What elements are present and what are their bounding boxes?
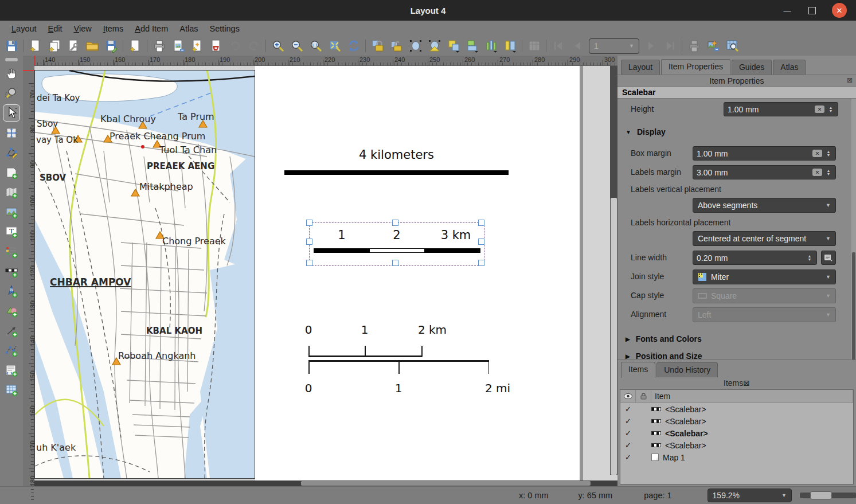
zoom-slider-thumb[interactable] — [810, 491, 832, 499]
close-panel-icon[interactable]: ⊠ — [847, 76, 853, 84]
save-as-template-icon[interactable] — [101, 37, 120, 54]
position-and-size-section-header[interactable]: ▶Position and Size — [626, 351, 702, 360]
item-visibility-checkbox[interactable]: ✓ — [620, 429, 636, 437]
zoom-full-icon[interactable] — [325, 37, 344, 54]
items-tree-row[interactable]: ✓Map 1 — [620, 451, 853, 463]
spinner-icon[interactable]: ▲▼ — [827, 106, 834, 113]
close-button[interactable]: ✕ — [832, 3, 847, 18]
add-arrow-icon[interactable] — [3, 322, 20, 339]
zoom-tool-icon[interactable] — [3, 85, 20, 102]
display-section-header[interactable]: ▼Display — [626, 127, 666, 136]
clear-icon[interactable]: ✕ — [815, 106, 824, 113]
align-items-icon[interactable] — [463, 37, 482, 54]
add-page-icon[interactable] — [3, 164, 20, 181]
horizontal-scrollbar[interactable] — [34, 480, 617, 486]
item-visibility-checkbox[interactable]: ✓ — [620, 405, 636, 413]
labels-vertical-placement-combo[interactable]: Above segments▼ — [693, 198, 836, 213]
add-items-from-template-icon[interactable] — [126, 37, 144, 54]
layout-page[interactable] — [255, 66, 583, 480]
refresh-view-icon[interactable] — [344, 37, 363, 54]
minimize-button[interactable]: — — [782, 6, 792, 15]
save-project-icon[interactable] — [2, 37, 21, 54]
atlas-page-combo[interactable]: 1▼ — [589, 38, 639, 54]
vertical-scrollbar[interactable] — [610, 66, 617, 475]
add-legend-icon[interactable] — [3, 243, 20, 260]
menu-edit[interactable]: Edit — [42, 22, 68, 35]
add-map-icon[interactable] — [3, 183, 20, 201]
items-tree-row[interactable]: ✓<Scalebar> — [620, 427, 853, 439]
close-panel-icon[interactable]: ⊠ — [743, 378, 750, 388]
menu-view[interactable]: View — [68, 22, 97, 35]
items-tree-row[interactable]: ✓<Scalebar> — [620, 403, 853, 415]
export-image-icon[interactable] — [169, 37, 187, 54]
vertical-scrollbar-thumb[interactable] — [611, 198, 617, 475]
items-tree-row[interactable]: ✓<Scalebar> — [620, 439, 853, 451]
menu-items[interactable]: Items — [97, 22, 129, 35]
properties-scrollbar-thumb[interactable] — [852, 252, 855, 360]
add-north-arrow-icon[interactable]: N — [3, 283, 20, 300]
distribute-items-icon[interactable] — [482, 37, 501, 54]
deselect-all-icon[interactable] — [425, 37, 444, 54]
zoom-out-icon[interactable] — [287, 37, 306, 54]
duplicate-layout-icon[interactable] — [45, 37, 64, 54]
height-input[interactable]: 1.00 mm✕▲▼ — [724, 102, 838, 116]
zoom-in-icon[interactable] — [268, 37, 287, 54]
spinner-icon[interactable]: ▲▼ — [825, 169, 832, 176]
raise-items-icon[interactable] — [444, 37, 463, 54]
select-move-item-tool-icon[interactable] — [3, 104, 20, 122]
clear-icon[interactable]: ✕ — [812, 150, 822, 157]
zoom-level-combo[interactable]: 159.2%▼ — [708, 489, 792, 502]
export-svg-icon[interactable] — [187, 37, 206, 54]
move-item-content-tool-icon[interactable] — [3, 124, 20, 142]
box-margin-input[interactable]: 1.00 mm✕▲▼ — [693, 146, 836, 161]
zoom-slider[interactable] — [800, 493, 856, 498]
tab-item-properties[interactable]: Item Properties — [661, 59, 730, 75]
line-width-input[interactable]: 0.20 mm▲▼ — [693, 251, 817, 265]
add-label-icon[interactable]: T — [3, 223, 20, 240]
tab-undo-history[interactable]: Undo History — [656, 362, 718, 377]
menu-settings[interactable]: Settings — [204, 22, 245, 35]
open-folder-icon[interactable] — [83, 37, 101, 54]
spinner-icon[interactable]: ▲▼ — [825, 150, 832, 157]
unlock-items-icon[interactable] — [387, 37, 406, 54]
horizontal-scrollbar-thumb[interactable] — [301, 481, 591, 486]
preview-atlas-icon[interactable] — [722, 37, 741, 54]
data-defined-override-button[interactable] — [821, 251, 836, 265]
new-layout-icon[interactable] — [26, 37, 45, 54]
export-pdf-icon[interactable] — [206, 37, 225, 54]
tab-atlas[interactable]: Atlas — [773, 60, 806, 75]
menu-add-item[interactable]: Add Item — [129, 22, 174, 35]
lock-items-icon[interactable] — [368, 37, 387, 54]
spinner-icon[interactable]: ▲▼ — [806, 255, 813, 261]
properties-scrollbar[interactable] — [851, 99, 856, 360]
item-visibility-checkbox[interactable]: ✓ — [620, 417, 636, 425]
add-scalebar-icon[interactable] — [3, 263, 20, 280]
labels-horizontal-placement-combo[interactable]: Centered at center of segment▼ — [693, 231, 836, 246]
add-shape-icon[interactable] — [3, 302, 20, 319]
layout-canvas[interactable]: dei Ta KoySbovvay Ta OkKbal ChrouyTa Pru… — [34, 66, 617, 480]
add-table-icon[interactable] — [3, 381, 20, 398]
add-picture-icon[interactable] — [3, 204, 20, 221]
select-all-icon[interactable] — [406, 37, 425, 54]
item-visibility-checkbox[interactable]: ✓ — [620, 453, 636, 462]
tab-items[interactable]: Items — [621, 362, 655, 378]
export-atlas-icon[interactable] — [703, 37, 722, 54]
pan-tool-icon[interactable] — [3, 65, 20, 82]
clear-icon[interactable]: ✕ — [812, 169, 822, 176]
fonts-and-colors-section-header[interactable]: ▶Fonts and Colors — [626, 334, 702, 343]
tab-guides[interactable]: Guides — [732, 60, 772, 75]
items-tree-row[interactable]: ✓<Scalebar> — [620, 415, 853, 427]
map-item[interactable]: dei Ta KoySbovvay Ta OkKbal ChrouyTa Pru… — [34, 70, 255, 479]
menu-layout[interactable]: Layout — [6, 22, 42, 35]
print-layout-icon[interactable] — [150, 37, 169, 54]
add-html-icon[interactable] — [3, 362, 20, 379]
zoom-actual-icon[interactable]: 1:1 — [306, 37, 325, 54]
menu-atlas[interactable]: Atlas — [174, 22, 204, 35]
add-node-item-icon[interactable] — [3, 342, 20, 359]
maximize-button[interactable] — [808, 7, 816, 14]
join-style-combo[interactable]: Miter▼ — [693, 269, 836, 284]
edit-nodes-tool-icon[interactable] — [3, 144, 20, 161]
layout-manager-icon[interactable] — [64, 37, 83, 54]
item-visibility-checkbox[interactable]: ✓ — [620, 441, 636, 450]
labels-margin-input[interactable]: 3.00 mm✕▲▼ — [693, 165, 836, 179]
